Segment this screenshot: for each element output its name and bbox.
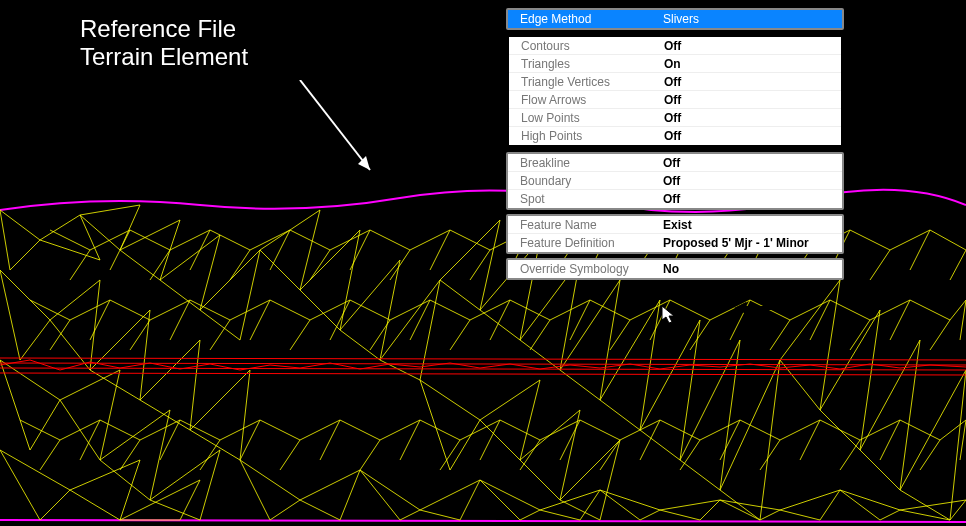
feature-name-row[interactable]: Feature Name Exist	[508, 216, 842, 234]
high-points-value: Off	[664, 129, 841, 143]
low-points-label: Low Points	[509, 111, 664, 125]
annotation-arrow-icon	[290, 80, 390, 190]
svg-line-0	[300, 80, 370, 170]
contours-value: Off	[664, 39, 841, 53]
contours-row[interactable]: Contours Off	[509, 37, 841, 55]
override-symbology-row[interactable]: Override Symbology No	[508, 260, 842, 278]
feature-definition-label: Feature Definition	[508, 236, 663, 250]
spot-label: Spot	[508, 192, 663, 206]
edge-method-group: Edge Method Slivers	[506, 8, 844, 30]
low-points-value: Off	[664, 111, 841, 125]
cursor-icon	[660, 304, 678, 326]
breakline-row[interactable]: Breakline Off	[508, 154, 842, 172]
contours-label: Contours	[509, 39, 664, 53]
triangles-label: Triangles	[509, 57, 664, 71]
feature-types-group: Breakline Off Boundary Off Spot Off	[506, 152, 844, 210]
feature-definition-group: Feature Name Exist Feature Definition Pr…	[506, 214, 844, 254]
feature-name-value: Exist	[663, 218, 842, 232]
triangle-vertices-label: Triangle Vertices	[509, 75, 664, 89]
spot-row[interactable]: Spot Off	[508, 190, 842, 208]
edge-method-row[interactable]: Edge Method Slivers	[508, 10, 842, 28]
breakline-label: Breakline	[508, 156, 663, 170]
triangle-vertices-value: Off	[664, 75, 841, 89]
pointer-arrow-icon	[734, 300, 784, 316]
override-symbology-group: Override Symbology No	[506, 258, 844, 280]
override-symbology-label: Override Symbology	[508, 262, 663, 276]
properties-panel: Edge Method Slivers Contours Off Triangl…	[506, 8, 844, 284]
annotation-line2: Terrain Element	[80, 43, 248, 71]
edge-method-value: Slivers	[663, 12, 842, 26]
annotation-text: Reference File Terrain Element	[80, 15, 248, 71]
spot-value: Off	[663, 192, 842, 206]
svg-line-4	[0, 373, 966, 375]
high-points-row[interactable]: High Points Off	[509, 127, 841, 145]
high-points-label: High Points	[509, 129, 664, 143]
breakline-value: Off	[663, 156, 842, 170]
triangles-value: On	[664, 57, 841, 71]
flow-arrows-value: Off	[664, 93, 841, 107]
triangle-vertices-row[interactable]: Triangle Vertices Off	[509, 73, 841, 91]
feature-definition-row[interactable]: Feature Definition Proposed 5' Mjr - 1' …	[508, 234, 842, 252]
low-points-row[interactable]: Low Points Off	[509, 109, 841, 127]
annotation-line1: Reference File	[80, 15, 248, 43]
flow-arrows-row[interactable]: Flow Arrows Off	[509, 91, 841, 109]
triangles-row[interactable]: Triangles On	[509, 55, 841, 73]
svg-marker-7	[734, 302, 746, 314]
boundary-row[interactable]: Boundary Off	[508, 172, 842, 190]
edge-method-label: Edge Method	[508, 12, 663, 26]
boundary-value: Off	[663, 174, 842, 188]
display-options-group: Contours Off Triangles On Triangle Verti…	[506, 34, 844, 148]
override-symbology-value: No	[663, 262, 842, 276]
feature-name-label: Feature Name	[508, 218, 663, 232]
boundary-label: Boundary	[508, 174, 663, 188]
flow-arrows-label: Flow Arrows	[509, 93, 664, 107]
feature-definition-value: Proposed 5' Mjr - 1' Minor	[663, 236, 842, 250]
svg-line-3	[0, 368, 966, 370]
